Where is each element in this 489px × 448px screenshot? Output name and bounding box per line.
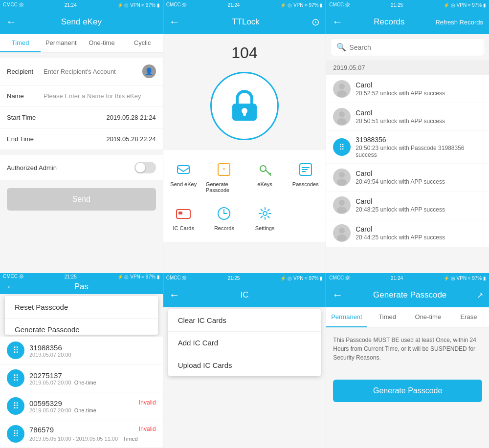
ttlock-title: TTLock: [180, 17, 312, 27]
gen-passcode-header: ← Generate Passcode ↗: [326, 283, 489, 307]
svg-point-22: [337, 179, 347, 186]
record-item-4: Carol 20:48:25 unlock with APP success: [326, 192, 489, 219]
svg-rect-3: [178, 166, 189, 173]
svg-text:*: *: [223, 166, 226, 174]
search-bar: 🔍: [330, 38, 485, 56]
svg-point-23: [339, 200, 345, 206]
record-item-2: ⠿ 31988356 20:50:23 unlock with Passcode…: [326, 131, 489, 164]
record-avatar-0: [333, 80, 351, 98]
record-avatar-1: [333, 108, 351, 126]
menu-records-label: Records: [214, 225, 234, 231]
menu-generate-passcode-label: Generate Passcode: [206, 181, 243, 193]
record-avatar-3: [333, 169, 351, 186]
record-text-5: Carol 20:44:25 unlock with APP success: [356, 225, 482, 241]
tab-timed[interactable]: Timed: [0, 34, 41, 52]
records-icon: [215, 205, 233, 222]
status-bar-2: CMCC 奈 21:24 ⚡ ◎ VPN ≈ 97% ▮: [163, 0, 326, 10]
record-name-0: Carol: [356, 81, 482, 89]
menu-passcodes-label: Passcodes: [292, 181, 319, 187]
back-button-6[interactable]: ←: [332, 289, 343, 301]
status-bar-1: CMCC 奈 21:24 ⚡ ◎ VPN ≈ 97% ▮: [0, 0, 163, 10]
add-ic-card-item[interactable]: Add IC Card: [168, 332, 321, 354]
passcode-code-3: 786579: [29, 426, 54, 434]
authorized-admin-row: Authorized Admin: [0, 155, 163, 180]
end-time-row: End Time 2019.05.28 22:24: [0, 128, 163, 150]
record-avatar-4: [333, 196, 351, 214]
upload-ic-cards-item[interactable]: Upload IC Cards: [168, 354, 321, 376]
menu-ic-cards-label: IC Cards: [173, 225, 194, 231]
record-text-1: Carol 20:50:51 unlock with APP success: [356, 109, 482, 125]
menu-settings[interactable]: Settings: [244, 199, 285, 237]
reset-passcode-item[interactable]: Reset Passcode: [5, 296, 158, 319]
menu-send-ekey[interactable]: Send eKey: [163, 155, 204, 199]
gen-tab-permanent[interactable]: Permanent: [326, 307, 367, 327]
record-item-3: Carol 20:49:54 unlock with APP success: [326, 164, 489, 192]
record-detail-1: 20:50:51 unlock with APP success: [356, 118, 482, 125]
passcode-type-3: Timed: [123, 436, 138, 442]
refresh-records-btn[interactable]: Refresh Records: [435, 19, 483, 26]
passcode-row-0: ⠿ 31988356 2019.05.07 20:00: [0, 337, 163, 364]
generate-passcode-item[interactable]: Generate Passcode: [5, 319, 158, 335]
svg-point-18: [337, 90, 347, 97]
tab-permanent[interactable]: Permanent: [41, 34, 81, 52]
passcode-info-0: 31988356 2019.05.07 20:00: [29, 343, 156, 358]
record-name-4: Carol: [356, 197, 482, 205]
tab-one-time[interactable]: One-time: [81, 34, 122, 52]
status-bar-5: CMCC 奈 21:25 ⚡ ◎ VPN ≈ 97% ▮: [163, 273, 326, 283]
tab-cyclic[interactable]: Cyclic: [122, 34, 163, 52]
search-input[interactable]: [349, 43, 479, 51]
passcode-type-2: One-time: [74, 407, 96, 413]
send-ekey-tabs: Timed Permanent One-time Cyclic: [0, 34, 163, 53]
record-detail-5: 20:44:25 unlock with APP success: [356, 234, 482, 241]
ic-dropdown: Clear IC Cards Add IC Card Upload IC Car…: [168, 309, 321, 376]
recipient-row: Recipient 👤: [0, 58, 163, 85]
record-detail-2: 20:50:23 unlock with Passcode 31988356 s…: [356, 145, 482, 158]
record-detail-4: 20:48:25 unlock with APP success: [356, 206, 482, 213]
export-icon[interactable]: ↗: [477, 291, 483, 300]
record-name-1: Carol: [356, 109, 482, 117]
passcode-code-1: 20275137: [29, 371, 156, 380]
menu-records[interactable]: Records: [204, 199, 244, 237]
record-name-3: Carol: [356, 170, 482, 177]
clear-ic-cards-item[interactable]: Clear IC Cards: [168, 309, 321, 332]
gen-tab-one-time[interactable]: One-time: [408, 307, 448, 327]
start-value: 2019.05.28 21:24: [44, 114, 156, 121]
svg-point-26: [337, 235, 347, 241]
svg-point-17: [339, 84, 345, 89]
gen-passcode-title: Generate Passcode: [343, 290, 477, 300]
back-button-3[interactable]: ←: [332, 16, 343, 28]
gen-tab-timed[interactable]: Timed: [367, 307, 408, 327]
menu-ic-cards[interactable]: IC Cards: [163, 199, 204, 237]
svg-point-25: [339, 228, 345, 234]
settings-icon[interactable]: ⊙: [311, 16, 320, 28]
gen-tab-erase[interactable]: Erase: [448, 307, 489, 327]
back-button-5[interactable]: ←: [169, 289, 180, 301]
end-label: End Time: [7, 135, 44, 143]
send-ekey-icon: [175, 161, 192, 178]
records-list: Carol 20:52:52 unlock with APP success C…: [326, 75, 489, 273]
name-label: Name: [7, 92, 44, 100]
passcode-type-1: One-time: [74, 380, 96, 385]
ttlock-menu: Send eKey * Generate Passcode eKeys: [163, 150, 326, 242]
generate-passcode-btn[interactable]: Generate Passcode: [333, 380, 482, 402]
menu-generate-passcode[interactable]: * Generate Passcode: [204, 155, 244, 199]
svg-rect-14: [178, 212, 182, 214]
authorized-toggle[interactable]: [134, 162, 156, 173]
status-bar-6: CMCC 奈 21:24 ⚡ ◎ VPN ≈ 97% ▮: [326, 273, 489, 283]
menu-passcodes[interactable]: Passcodes: [285, 155, 326, 199]
settings-menu-icon: [256, 205, 274, 222]
gen-note: This Passcode MUST BE used at least Once…: [333, 336, 482, 362]
passcode-date-3: 2019.05.05 10:00 - 2019.05.05 11:00: [29, 436, 118, 442]
recipient-input[interactable]: [44, 68, 142, 75]
back-button-1[interactable]: ←: [6, 16, 17, 28]
back-button-4[interactable]: ←: [6, 280, 17, 293]
menu-send-ekey-label: Send eKey: [170, 181, 197, 187]
ic-title: IC: [180, 290, 310, 300]
back-button-2[interactable]: ←: [169, 16, 180, 28]
ttlock-content: 104 Send eKey: [163, 34, 326, 273]
send-button[interactable]: Send: [7, 188, 156, 211]
name-placeholder: Please Enter a Name for this eKey: [44, 92, 156, 100]
invalid-tag-2: Invalid: [139, 399, 156, 407]
record-item-1: Carol 20:50:51 unlock with APP success: [326, 103, 489, 131]
menu-ekeys[interactable]: eKeys: [244, 155, 285, 199]
